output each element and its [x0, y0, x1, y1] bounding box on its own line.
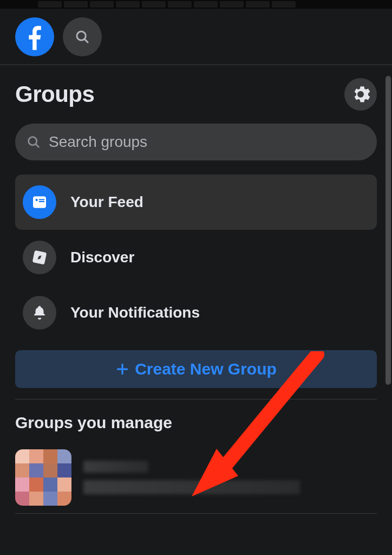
svg-line-3: [36, 144, 38, 147]
svg-rect-6: [39, 199, 45, 200]
bell-icon: [23, 296, 56, 330]
divider: [15, 399, 377, 399]
section-title-manage: Groups you manage: [15, 414, 382, 432]
search-icon: [26, 134, 41, 150]
group-thumbnail: [15, 449, 71, 506]
page-title-row: Groups: [15, 78, 382, 111]
create-new-group-button[interactable]: Create New Group: [15, 350, 377, 388]
header-search-button[interactable]: [63, 17, 102, 56]
svg-rect-7: [39, 201, 45, 202]
group-item[interactable]: [15, 445, 377, 514]
create-button-label: Create New Group: [135, 360, 277, 378]
browser-tab-strip: [0, 0, 392, 9]
plus-icon: [115, 362, 129, 376]
gear-icon: [351, 85, 370, 104]
facebook-logo[interactable]: [15, 17, 54, 56]
page-title: Groups: [15, 81, 94, 107]
nav-label: Your Feed: [70, 193, 143, 211]
feed-icon: [23, 185, 56, 219]
search-groups-box[interactable]: [15, 124, 377, 160]
search-input[interactable]: [49, 133, 366, 151]
nav-list: Your Feed Discover Your Notifications: [15, 175, 377, 340]
group-text-redacted: [83, 461, 377, 494]
settings-button[interactable]: [344, 78, 377, 111]
svg-line-1: [84, 39, 88, 42]
nav-item-your-feed[interactable]: Your Feed: [15, 175, 377, 230]
search-icon: [74, 29, 90, 45]
nav-label: Discover: [70, 249, 134, 266]
scrollbar[interactable]: [386, 76, 391, 385]
nav-item-discover[interactable]: Discover: [15, 230, 377, 285]
facebook-f-icon: [19, 21, 50, 53]
nav-label: Your Notifications: [70, 304, 200, 321]
svg-point-5: [36, 199, 38, 201]
compass-icon: [23, 241, 56, 274]
top-header: [0, 9, 392, 65]
nav-item-notifications[interactable]: Your Notifications: [15, 285, 377, 340]
